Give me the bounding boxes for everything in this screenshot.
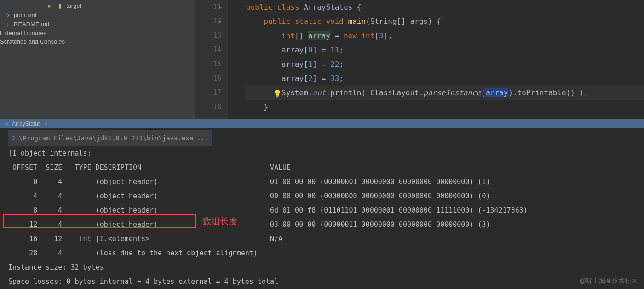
run-icon[interactable]: ▶ [218, 0, 222, 14]
line-number: 18 [213, 103, 221, 111]
tree-item-label: target [66, 2, 81, 9]
tree-item-pom[interactable]: ⛭ pom.xml [0, 10, 196, 19]
code-line[interactable]: array[0] = 11; [246, 43, 644, 57]
tree-item-external-libs[interactable]: External Libraries [0, 29, 196, 37]
java-class-icon: ◉ [5, 121, 9, 127]
code-line[interactable]: public class ArrayStatus { [246, 0, 644, 14]
markdown-file-icon: ↓ [4, 20, 11, 28]
console-output[interactable]: D:\Program Files\Java\jdk1.8.0_271\bin\j… [0, 128, 644, 289]
project-tree[interactable]: ▸ ▮ target ⛭ pom.xml ↓ README.md Externa… [0, 0, 196, 119]
code-line[interactable]: array[1] = 22; [246, 57, 644, 71]
annotation-label: 数组长度 [202, 214, 237, 228]
line-number: 13 [213, 31, 221, 40]
xml-file-icon: ⛭ [4, 11, 11, 18]
line-number: 15 [213, 60, 221, 68]
exec-command: D:\Program Files\Java\jdk1.8.0_271\bin\j… [8, 130, 212, 146]
code-line[interactable]: public static void main(String[] args) { [246, 14, 644, 29]
tree-item-label: External Libraries [0, 29, 46, 36]
run-icon[interactable]: ▶ [218, 14, 222, 29]
run-tab-label: ArrayStatus [12, 121, 41, 127]
code-line[interactable]: array[2] = 33; [246, 71, 644, 86]
tree-item-label: pom.xml [14, 12, 36, 18]
tree-item-readme[interactable]: ↓ README.md [0, 19, 196, 29]
code-line[interactable]: int[] array = new int[3]; [246, 29, 644, 43]
output-line: Instance size: 32 bytes [8, 260, 636, 275]
output-row: 28 4 (loss due to the next object alignm… [8, 246, 636, 260]
folder-icon: ▮ [56, 2, 63, 9]
line-number: 17 [213, 88, 221, 97]
chevron-icon: ▸ [46, 2, 53, 9]
line-number: 14 [213, 46, 221, 54]
intention-bulb-icon[interactable]: 💡 [273, 87, 282, 101]
output-row: 16 12 int [I.<elements> N/A [8, 232, 636, 246]
code-line[interactable]: } [246, 100, 644, 114]
tree-item-target[interactable]: ▸ ▮ target [0, 1, 196, 10]
tree-item-scratches[interactable]: Scratches and Consoles [0, 37, 196, 46]
output-row: 12 4 (object header) 03 00 00 00 (000000… [8, 218, 636, 232]
output-row: 0 4 (object header) 01 00 00 00 (0000000… [8, 175, 636, 189]
close-icon[interactable]: × [45, 121, 48, 127]
run-tab[interactable]: ◉ ArrayStatus × [0, 119, 644, 128]
tree-item-label: README.md [14, 21, 49, 28]
gutter[interactable]: 11▶ 12▶ 13 14 15 16 17 18 [196, 0, 228, 119]
output-line: [I object internals: [8, 146, 636, 161]
line-number: 16 [213, 74, 221, 82]
output-row: 4 4 (object header) 00 00 00 00 (0000000… [8, 189, 636, 203]
output-row: 8 4 (object header) 6d 01 00 f8 (0110110… [8, 203, 636, 218]
run-tool-window: ◉ ArrayStatus × D:\Program Files\Java\jd… [0, 119, 644, 289]
watermark: @稀土掘金技术社区 [580, 277, 638, 285]
output-line: Space losses: 0 bytes internal + 4 bytes… [8, 275, 636, 289]
code-line[interactable]: System.out.println( ClassLayout.parseIns… [246, 86, 644, 100]
output-columns: OFFSET SIZE TYPE DESCRIPTION VALUE [8, 161, 636, 175]
code-editor[interactable]: 11▶ 12▶ 13 14 15 16 17 18 💡 public class… [196, 0, 644, 119]
tree-item-label: Scratches and Consoles [0, 38, 65, 45]
editor-content[interactable]: 💡 public class ArrayStatus { public stat… [228, 0, 644, 119]
